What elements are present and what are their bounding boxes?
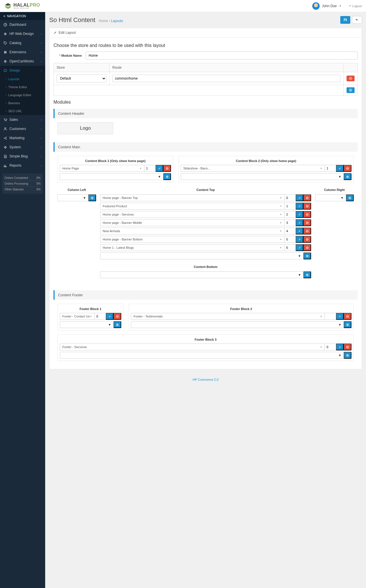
fb2-add-button[interactable] [344,321,351,328]
ct-edit-button-4[interactable] [296,228,303,234]
ct-order-input-1[interactable] [284,203,296,210]
ct-module-select-5[interactable]: Home page - Banner Bottom▼ [100,236,284,243]
module-name-input[interactable] [86,52,358,60]
col-right-add-button[interactable] [346,194,354,201]
ct-remove-button-6[interactable] [303,244,311,251]
add-route-button[interactable] [347,87,355,93]
nav-item-sales[interactable]: Sales› [0,115,45,124]
block1-edit-button[interactable] [156,165,163,172]
ct-remove-button-3[interactable] [303,219,311,226]
ct-edit-button-3[interactable] [296,219,303,226]
ct-edit-button-5[interactable] [296,236,303,243]
fb3-add-button[interactable] [344,352,351,359]
nav-item-dashboard[interactable]: Dashboard [0,20,45,29]
fb2-module-select[interactable]: Footer - Testimonials▼ [131,313,325,320]
ct-order-input-5[interactable] [284,236,296,243]
block1-module-select[interactable]: Home Page▼ [60,165,144,172]
nav-item-system[interactable]: System› [0,143,45,152]
ct-remove-button-2[interactable] [303,211,311,218]
content-top-add-select[interactable]: ▼ [100,252,303,259]
nav-sub-item-layouts[interactable]: ›Layouts [0,75,45,83]
nav-item-reports[interactable]: Reports› [0,161,45,170]
ct-order-input-4[interactable] [284,228,296,234]
ct-module-select-1[interactable]: Featured Product▼ [100,203,284,210]
nav-item-marketing[interactable]: Marketing› [0,133,45,143]
content-bottom-add-select[interactable]: ▼ [100,271,303,278]
nav-sub-item-theme-editor[interactable]: ›Theme Editor [0,83,45,91]
ct-edit-button-2[interactable] [296,211,303,218]
ct-order-input-0[interactable] [284,194,296,201]
fb1-add-button[interactable] [114,321,121,328]
ct-remove-button-5[interactable] [303,236,311,243]
ct-module-select-6[interactable]: Home 1 - Latest Blogs▼ [100,244,284,251]
block2-add-select[interactable]: ▼ [181,173,344,180]
fb2-remove-button[interactable] [344,313,351,320]
content-top-row: Featured Product▼ [100,203,311,210]
block1-order-input[interactable] [144,165,156,172]
block2-order-input[interactable] [325,165,336,172]
col-left-add-select[interactable]: ▼ [57,194,88,201]
nav-item-customers[interactable]: Customers› [0,124,45,133]
block1-add-button[interactable] [163,173,171,180]
col-right-add-select[interactable]: ▼ [315,194,346,201]
ct-edit-button-6[interactable] [296,244,303,251]
save-button[interactable] [340,16,350,24]
fb2-edit-button[interactable] [336,313,344,320]
nav-item-hp-web-design[interactable]: HP Web Design› [0,29,45,38]
ct-order-input-3[interactable] [284,219,296,226]
fb3-module-select[interactable]: Footer - Secvices▼ [60,344,325,350]
ct-module-select-0[interactable]: Home page - Banner Top▼ [100,194,284,201]
status-box: Orders Completed0%Orders Processing0%Oth… [2,173,43,194]
fb1-remove-button[interactable] [114,313,121,320]
fb3-edit-button[interactable] [336,344,344,350]
nav-item-opencartworks[interactable]: OpenCartWorks› [0,57,45,66]
nav-sub-item-banners[interactable]: ›Banners [0,99,45,107]
footer-link[interactable]: HP Commerce 2.0 [193,378,218,381]
remove-route-button[interactable] [347,76,355,81]
ct-module-select-4[interactable]: New Arrivals▼ [100,228,284,234]
back-button[interactable] [352,16,362,24]
user-menu[interactable]: John Doe ▼ [309,1,344,11]
nav-header[interactable]: ≡ NAVIGATION [0,12,45,20]
content-bottom-add-button[interactable] [303,271,311,278]
nav-sub-item-language-editor[interactable]: ›Language Editor [0,91,45,99]
block2-module-select[interactable]: Slideshow - Bann...▼ [181,165,325,172]
block2-edit-button[interactable] [336,165,344,172]
fb3-add-select[interactable]: ▼ [60,352,344,359]
logout-link[interactable]: ↪ Logout [349,4,362,8]
route-input[interactable] [112,75,341,82]
breadcrumb-home[interactable]: Home [99,19,108,23]
nav-item-simple-blog[interactable]: Simple Blog› [0,152,45,161]
block1-remove-button[interactable] [163,165,171,172]
fb2-add-select[interactable]: ▼ [131,321,344,328]
fb2-order-input[interactable] [325,313,336,320]
block2-remove-button[interactable] [344,165,351,172]
fb3-remove-button[interactable] [344,344,351,350]
fb1-module-select[interactable]: Footer - Contact Us▼ [60,313,94,320]
store-select[interactable]: Default [57,74,106,82]
status-row: Other Statuses0% [5,187,41,192]
fb3-order-input[interactable] [325,344,336,350]
col-left-add-button[interactable] [88,194,96,201]
ct-module-select-2[interactable]: Home page - Services▼ [100,211,284,218]
breadcrumb-current[interactable]: Layouts [111,19,123,23]
fb1-order-input[interactable] [94,313,106,320]
ct-remove-button-4[interactable] [303,228,311,234]
ct-order-input-2[interactable] [284,211,296,218]
nav-item-catalog[interactable]: Catalog› [0,38,45,48]
brand-logo[interactable]: HP HALALPRO WEB DESIGN [4,2,40,10]
fb1-edit-button[interactable] [106,313,114,320]
nav-item-extensions[interactable]: Extensions› [0,48,45,57]
nav-item-design[interactable]: Design› [0,66,45,75]
ct-remove-button-1[interactable] [303,203,311,210]
ct-edit-button-0[interactable] [296,194,303,201]
block2-add-button[interactable] [344,173,351,180]
block1-add-select[interactable]: ▼ [60,173,163,180]
ct-edit-button-1[interactable] [296,203,303,210]
fb1-add-select[interactable]: ▼ [60,321,114,328]
nav-sub-item-seo-url[interactable]: ›SEO URL [0,107,45,115]
ct-module-select-3[interactable]: Home page - Banner Middle▼ [100,219,284,226]
ct-order-input-6[interactable] [284,244,296,251]
ct-remove-button-0[interactable] [303,194,311,201]
content-top-add-button[interactable] [303,252,311,259]
